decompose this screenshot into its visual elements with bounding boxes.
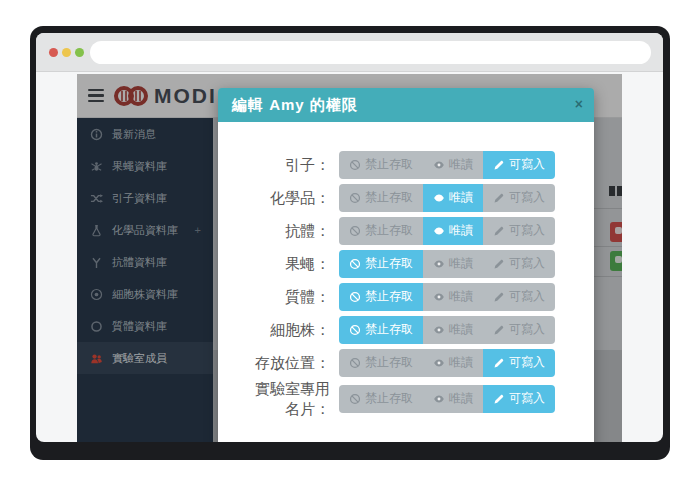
permission-option-label: 禁止存取	[365, 222, 413, 239]
permission-row: 引子：禁止存取唯讀可寫入	[218, 148, 594, 181]
permission-option-label: 唯讀	[449, 321, 473, 338]
permission-row: 果蠅：禁止存取唯讀可寫入	[218, 247, 594, 280]
ban-icon	[349, 357, 361, 369]
permission-option-label: 禁止存取	[365, 288, 413, 305]
permission-row-label: 實驗室專用名片：	[248, 379, 330, 418]
eye-icon	[433, 225, 445, 237]
permission-option-1[interactable]: 唯讀	[423, 217, 483, 245]
permission-row-label: 細胞株：	[248, 320, 330, 340]
modal-title: 編輯 Amy 的權限	[232, 96, 358, 115]
permission-option-1[interactable]: 唯讀	[423, 316, 483, 344]
permission-option-label: 可寫入	[509, 354, 545, 371]
permission-row-label: 果蠅：	[248, 254, 330, 274]
permission-option-1[interactable]: 唯讀	[423, 283, 483, 311]
permission-toggle-group: 禁止存取唯讀可寫入	[339, 385, 555, 413]
permission-option-0[interactable]: 禁止存取	[339, 283, 423, 311]
modal-body: 引子：禁止存取唯讀可寫入化學品：禁止存取唯讀可寫入抗體：禁止存取唯讀可寫入果蠅：…	[218, 122, 594, 442]
pencil-icon	[493, 192, 505, 204]
pencil-icon	[493, 225, 505, 237]
close-window-icon[interactable]	[49, 48, 58, 57]
permission-option-1[interactable]: 唯讀	[423, 385, 483, 413]
pencil-icon	[493, 324, 505, 336]
permission-option-0[interactable]: 禁止存取	[339, 217, 423, 245]
permission-option-label: 唯讀	[449, 255, 473, 272]
permission-row-label: 化學品：	[248, 188, 330, 208]
close-icon[interactable]: ×	[575, 96, 583, 112]
permission-option-1[interactable]: 唯讀	[423, 349, 483, 377]
permission-option-label: 禁止存取	[365, 321, 413, 338]
permission-row-label: 質體：	[248, 287, 330, 307]
pencil-icon	[493, 258, 505, 270]
permission-row: 抗體：禁止存取唯讀可寫入	[218, 214, 594, 247]
permission-option-2[interactable]: 可寫入	[483, 217, 555, 245]
permission-toggle-group: 禁止存取唯讀可寫入	[339, 250, 555, 278]
browser-chrome-bar	[36, 33, 663, 72]
pencil-icon	[493, 393, 505, 405]
permission-option-label: 可寫入	[509, 390, 545, 407]
permission-option-1[interactable]: 唯讀	[423, 184, 483, 212]
permission-row-label: 抗體：	[248, 221, 330, 241]
permission-option-label: 禁止存取	[365, 390, 413, 407]
permission-option-0[interactable]: 禁止存取	[339, 316, 423, 344]
permission-option-label: 唯讀	[449, 189, 473, 206]
permission-option-label: 可寫入	[509, 288, 545, 305]
permission-option-label: 禁止存取	[365, 255, 413, 272]
permission-option-2[interactable]: 可寫入	[483, 385, 555, 413]
permission-option-2[interactable]: 可寫入	[483, 283, 555, 311]
edit-permissions-modal: 編輯 Amy 的權限 × 引子：禁止存取唯讀可寫入化學品：禁止存取唯讀可寫入抗體…	[218, 88, 594, 442]
maximize-window-icon[interactable]	[75, 48, 84, 57]
pencil-icon	[493, 357, 505, 369]
permission-option-2[interactable]: 可寫入	[483, 151, 555, 179]
permission-option-label: 禁止存取	[365, 189, 413, 206]
permission-row: 細胞株：禁止存取唯讀可寫入	[218, 313, 594, 346]
ban-icon	[349, 192, 361, 204]
permission-option-label: 可寫入	[509, 321, 545, 338]
permission-option-0[interactable]: 禁止存取	[339, 385, 423, 413]
ban-icon	[349, 159, 361, 171]
permission-row-label: 存放位置：	[248, 353, 330, 373]
ban-icon	[349, 324, 361, 336]
permission-toggle-group: 禁止存取唯讀可寫入	[339, 217, 555, 245]
permission-option-0[interactable]: 禁止存取	[339, 250, 423, 278]
permission-option-label: 唯讀	[449, 156, 473, 173]
permission-option-0[interactable]: 禁止存取	[339, 184, 423, 212]
ban-icon	[349, 291, 361, 303]
permission-option-2[interactable]: 可寫入	[483, 316, 555, 344]
pencil-icon	[493, 291, 505, 303]
eye-icon	[433, 192, 445, 204]
permission-option-label: 唯讀	[449, 222, 473, 239]
permission-row-label: 引子：	[248, 155, 330, 175]
permission-toggle-group: 禁止存取唯讀可寫入	[339, 316, 555, 344]
eye-icon	[433, 258, 445, 270]
permission-option-2[interactable]: 可寫入	[483, 184, 555, 212]
modal-header: 編輯 Amy 的權限 ×	[218, 88, 594, 122]
permission-row: 化學品：禁止存取唯讀可寫入	[218, 181, 594, 214]
eye-icon	[433, 357, 445, 369]
permission-row: 質體：禁止存取唯讀可寫入	[218, 280, 594, 313]
permission-option-label: 可寫入	[509, 222, 545, 239]
permission-option-2[interactable]: 可寫入	[483, 349, 555, 377]
permission-toggle-group: 禁止存取唯讀可寫入	[339, 151, 555, 179]
permission-option-label: 可寫入	[509, 189, 545, 206]
minimize-window-icon[interactable]	[62, 48, 71, 57]
pencil-icon	[493, 159, 505, 171]
browser-viewport: MODI 最新消息果蠅資料庫引子資料庫化學品資料庫+抗體資料庫細胞株資料庫質體資…	[36, 33, 663, 442]
permission-option-0[interactable]: 禁止存取	[339, 151, 423, 179]
permission-toggle-group: 禁止存取唯讀可寫入	[339, 283, 555, 311]
permission-option-label: 可寫入	[509, 255, 545, 272]
eye-icon	[433, 324, 445, 336]
permission-row: 實驗室專用名片：禁止存取唯讀可寫入	[218, 379, 594, 418]
permission-option-0[interactable]: 禁止存取	[339, 349, 423, 377]
permission-option-1[interactable]: 唯讀	[423, 250, 483, 278]
eye-icon	[433, 159, 445, 171]
permission-option-label: 唯讀	[449, 390, 473, 407]
permission-option-label: 唯讀	[449, 354, 473, 371]
permission-toggle-group: 禁止存取唯讀可寫入	[339, 349, 555, 377]
permission-toggle-group: 禁止存取唯讀可寫入	[339, 184, 555, 212]
permission-option-1[interactable]: 唯讀	[423, 151, 483, 179]
url-bar[interactable]	[90, 41, 651, 64]
eye-icon	[433, 393, 445, 405]
permission-option-2[interactable]: 可寫入	[483, 250, 555, 278]
permission-option-label: 禁止存取	[365, 156, 413, 173]
permission-row: 存放位置：禁止存取唯讀可寫入	[218, 346, 594, 379]
